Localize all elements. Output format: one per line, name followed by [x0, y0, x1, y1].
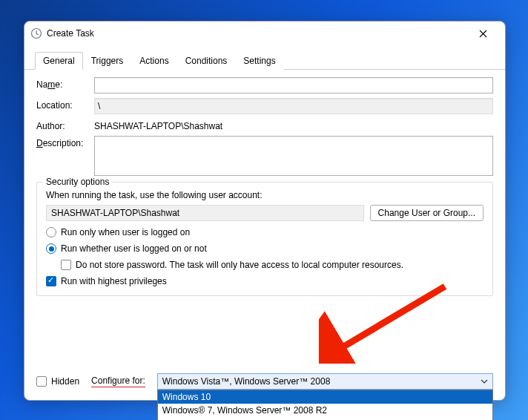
desktop-background: Create Task General Triggers Actions Con… — [0, 0, 528, 420]
highest-privileges-checkbox[interactable]: Run with highest privileges — [46, 276, 484, 286]
user-account-display: SHASHWAT-LAPTOP\Shashwat — [46, 205, 364, 221]
create-task-window: Create Task General Triggers Actions Con… — [24, 21, 506, 401]
radio-logged-on[interactable]: Run only when user is logged on — [46, 227, 484, 237]
location-value: \ — [94, 98, 493, 114]
configure-for-combo[interactable]: Windows Vista™, Windows Server™ 2008 Win… — [157, 373, 493, 390]
tab-actions[interactable]: Actions — [131, 52, 176, 70]
highest-privileges-label: Run with highest privileges — [61, 276, 167, 286]
running-as-text: When running the task, use the following… — [46, 190, 484, 200]
close-button[interactable] — [466, 23, 499, 44]
name-input[interactable] — [94, 77, 493, 93]
hidden-label: Hidden — [51, 376, 79, 387]
configure-for-value: Windows Vista™, Windows Server™ 2008 — [162, 376, 331, 387]
no-store-password-checkbox[interactable]: Do not store password. The task will onl… — [61, 260, 484, 270]
change-user-button[interactable]: Change User or Group... — [370, 205, 484, 221]
window-title: Create Task — [47, 28, 466, 39]
radio-logged-on-label: Run only when user is logged on — [61, 227, 190, 237]
tab-triggers[interactable]: Triggers — [83, 52, 132, 70]
combo-option[interactable]: Windows 10 — [158, 390, 492, 404]
tab-general[interactable]: General — [35, 52, 83, 70]
location-label: Location: — [36, 98, 94, 111]
general-pane: Name: Location: \ Author: SHASHWAT-LAPTO… — [24, 70, 505, 366]
tab-conditions[interactable]: Conditions — [177, 52, 236, 70]
configure-for-label: Configure for: — [91, 375, 145, 387]
author-value: SHASHWAT-LAPTOP\Shashwat — [94, 119, 222, 131]
titlebar: Create Task — [24, 22, 505, 45]
close-icon — [479, 30, 487, 38]
description-input[interactable] — [94, 136, 493, 176]
bottom-row: Hidden Configure for: Windows Vista™, Wi… — [24, 366, 505, 400]
radio-logged-on-or-not-label: Run whether user is logged on or not — [61, 243, 207, 254]
description-label: Description: — [36, 136, 94, 148]
no-store-password-label: Do not store password. The task will onl… — [76, 260, 403, 270]
author-label: Author: — [36, 119, 94, 131]
security-options-legend: Security options — [43, 177, 112, 187]
chevron-down-icon — [481, 378, 488, 385]
tab-settings[interactable]: Settings — [235, 52, 283, 70]
app-icon — [30, 27, 42, 39]
combo-option[interactable]: Windows Vista™, Windows Server™ 2008 — [158, 417, 492, 420]
name-label: Name: — [36, 77, 94, 90]
hidden-checkbox[interactable]: Hidden — [36, 376, 79, 387]
configure-for-dropdown: Windows 10 Windows® 7, Windows Server™ 2… — [157, 390, 493, 420]
combo-option[interactable]: Windows® 7, Windows Server™ 2008 R2 — [158, 404, 492, 417]
tab-strip: General Triggers Actions Conditions Sett… — [24, 45, 505, 70]
security-options-group: Security options When running the task, … — [36, 182, 493, 296]
radio-logged-on-or-not[interactable]: Run whether user is logged on or not — [46, 243, 484, 254]
